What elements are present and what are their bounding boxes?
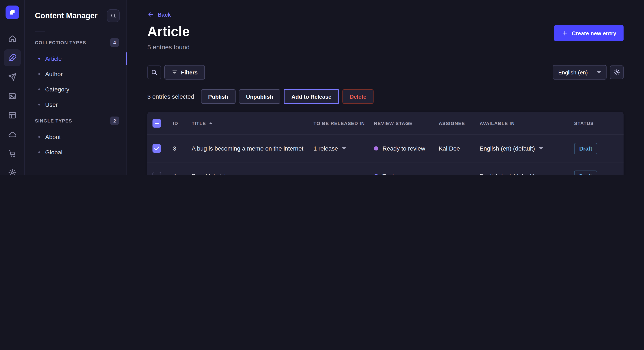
column-header-assignee[interactable]: ASSIGNEE <box>439 121 480 126</box>
column-header-review-stage[interactable]: REVIEW STAGE <box>374 121 439 126</box>
chevron-down-icon <box>539 147 543 150</box>
sidebar-item-about[interactable]: About <box>25 129 126 145</box>
back-label: Back <box>158 11 171 18</box>
sidebar-item-label: About <box>45 134 61 140</box>
chevron-down-icon <box>597 71 601 74</box>
add-to-release-button[interactable]: Add to Release <box>284 89 339 104</box>
chevron-down-icon <box>342 147 346 150</box>
filter-icon <box>172 69 178 75</box>
row-id: 3 <box>173 145 192 152</box>
sidebar-item-user[interactable]: User <box>25 97 126 112</box>
publish-button[interactable]: Publish <box>201 89 235 104</box>
delete-button[interactable]: Delete <box>342 89 374 104</box>
section-label: COLLECTION TYPES <box>35 40 86 45</box>
content-manager-sidebar: Content Manager COLLECTION TYPES 4 Artic… <box>25 0 127 175</box>
sort-asc-icon <box>208 122 213 124</box>
section-label: SINGLE TYPES <box>35 118 72 123</box>
list-toolbar: Filters English (en) <box>147 65 624 80</box>
create-new-entry-button[interactable]: Create new entry <box>554 25 624 41</box>
sidebar-item-label: Category <box>45 86 70 93</box>
search-icon <box>110 13 116 19</box>
filters-button[interactable]: Filters <box>164 65 205 80</box>
row-locale-dropdown[interactable]: English (en) (default) <box>480 173 574 175</box>
sidebar-item-label: Article <box>45 55 62 62</box>
locale-select[interactable]: English (en) <box>553 65 606 80</box>
entries-table: ID TITLE TO BE RELEASED IN REVIEW STAGE … <box>147 112 624 175</box>
bullet-icon <box>38 151 40 153</box>
sidebar-divider <box>35 31 45 31</box>
locale-value: English (en) <box>558 69 588 75</box>
indeterminate-dash-icon <box>154 123 159 124</box>
strapi-logo-icon[interactable] <box>5 5 19 19</box>
cloud-icon[interactable] <box>4 126 21 143</box>
row-title: A bug is becoming a meme on the internet <box>192 145 314 152</box>
layout-icon[interactable] <box>4 107 21 124</box>
view-settings-button[interactable] <box>610 65 624 79</box>
entries-count: 5 entries found <box>147 43 190 51</box>
row-release-dropdown[interactable]: 1 release <box>314 145 374 152</box>
sidebar-item-label: User <box>45 101 58 108</box>
section-count-badge: 4 <box>110 38 119 47</box>
column-header-status[interactable]: STATUS <box>574 121 620 126</box>
page-title: Article <box>147 24 190 39</box>
single-types-section: SINGLE TYPES 2 About Global <box>25 117 126 160</box>
review-stage-dot <box>374 146 378 151</box>
plus-icon <box>561 30 568 37</box>
media-library-icon[interactable] <box>4 88 21 105</box>
main-content: Back Article 5 entries found Create new … <box>127 0 644 175</box>
sidebar-item-label: Global <box>45 149 62 156</box>
sidebar-item-author[interactable]: Author <box>25 66 126 82</box>
sidebar-item-article[interactable]: Article <box>25 51 126 66</box>
row-assignee: Kai Doe <box>439 145 480 152</box>
row-checkbox[interactable] <box>152 172 161 175</box>
chevron-down-icon <box>539 175 543 175</box>
nav-rail: KD <box>0 0 25 175</box>
bullet-icon <box>38 73 40 75</box>
bullet-icon <box>38 88 40 90</box>
search-button[interactable] <box>147 65 161 79</box>
create-new-entry-label: Create new entry <box>572 30 616 36</box>
app-root: KD Content Manager COLLECTION TYPES 4 Ar… <box>0 0 644 175</box>
table-header-row: ID TITLE TO BE RELEASED IN REVIEW STAGE … <box>147 112 624 135</box>
sidebar-search-button[interactable] <box>107 9 120 22</box>
sidebar-item-global[interactable]: Global <box>25 145 126 160</box>
status-badge: Draft <box>574 170 597 175</box>
selected-count: 3 entries selected <box>147 93 194 100</box>
table-row[interactable]: 4 Beautiful picture - To do - English (e… <box>147 163 624 175</box>
row-review-stage: Ready to review <box>374 145 439 152</box>
table-row[interactable]: 3 A bug is becoming a meme on the intern… <box>147 135 624 163</box>
filters-label: Filters <box>181 69 198 75</box>
feather-icon[interactable] <box>4 49 21 66</box>
row-title: Beautiful picture <box>192 173 314 175</box>
review-stage-dot <box>374 174 378 175</box>
collection-types-section: COLLECTION TYPES 4 Article Author Catego… <box>25 38 126 112</box>
column-header-id[interactable]: ID <box>173 121 192 126</box>
gear-icon <box>613 69 620 76</box>
home-icon[interactable] <box>4 30 21 47</box>
sidebar-title: Content Manager <box>35 11 98 20</box>
arrow-left-icon <box>147 11 154 18</box>
column-header-available-in[interactable]: AVAILABLE IN <box>480 121 574 126</box>
unpublish-button[interactable]: Unpublish <box>239 89 280 104</box>
column-header-release[interactable]: TO BE RELEASED IN <box>314 121 374 126</box>
row-locale-dropdown[interactable]: English (en) (default) <box>480 145 574 152</box>
column-header-title[interactable]: TITLE <box>192 121 314 126</box>
section-count-badge: 2 <box>110 117 119 125</box>
row-review-stage: To do <box>374 173 439 175</box>
sidebar-item-category[interactable]: Category <box>25 82 126 97</box>
bullet-icon <box>38 58 40 59</box>
bullet-icon <box>38 104 40 105</box>
select-all-checkbox[interactable] <box>152 119 161 127</box>
sidebar-item-label: Author <box>45 71 63 77</box>
row-release-dropdown[interactable]: - <box>314 173 374 175</box>
bullet-icon <box>38 136 40 138</box>
status-badge: Draft <box>574 143 597 154</box>
selection-bar: 3 entries selected Publish Unpublish Add… <box>147 89 624 104</box>
paper-plane-icon[interactable] <box>4 68 21 85</box>
search-icon <box>151 69 158 76</box>
cart-icon[interactable] <box>4 145 21 162</box>
back-link[interactable]: Back <box>147 11 171 18</box>
row-checkbox[interactable] <box>152 144 161 153</box>
row-assignee: - <box>439 173 480 175</box>
gear-icon[interactable] <box>4 164 21 175</box>
